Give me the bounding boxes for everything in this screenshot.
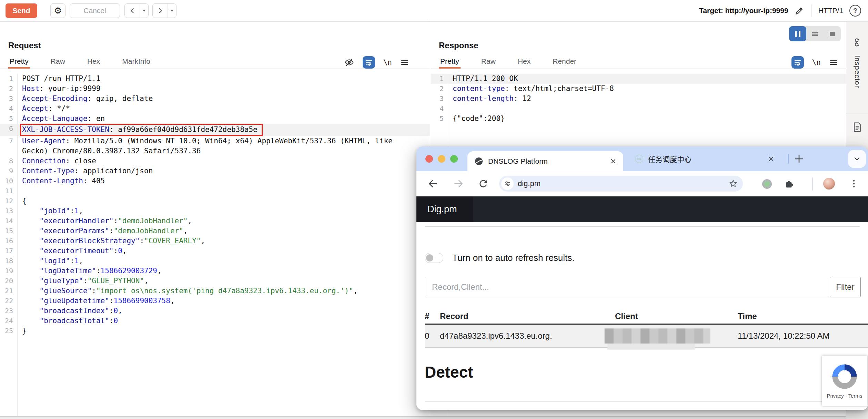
menu-button[interactable]	[400, 58, 409, 67]
tab-title: 任务调度中心	[648, 154, 763, 164]
code-line: 18 "logId":1,	[0, 256, 430, 266]
close-tab-icon[interactable]	[610, 158, 616, 164]
word-wrap-icon	[365, 58, 373, 67]
auto-refresh-toggle[interactable]	[425, 253, 443, 263]
close-tab-icon[interactable]	[768, 156, 774, 162]
menu-button[interactable]	[829, 58, 838, 67]
request-editor[interactable]: 1POST /run HTTP/1.12Host: your-ip:99993A…	[0, 74, 430, 419]
code-line: 2Host: your-ip:9999	[0, 84, 430, 94]
minimize-window-button[interactable]	[438, 155, 445, 163]
browser-menu-button[interactable]	[849, 178, 858, 189]
tab-title: DNSLOG Platform	[488, 157, 605, 165]
response-tab-hex[interactable]: Hex	[516, 57, 532, 69]
code-line: 5{"code":200}	[431, 114, 846, 124]
arrow-left-icon	[427, 178, 438, 189]
document-tab-button[interactable]	[852, 122, 862, 132]
request-tab-markinfo[interactable]: MarkInfo	[121, 57, 152, 69]
profile-avatar[interactable]	[823, 178, 835, 190]
edit-target-button[interactable]	[794, 6, 804, 16]
record-search-input[interactable]	[425, 277, 830, 297]
code-text: Accept: */*	[17, 104, 70, 114]
response-tabs: PrettyRawHexRender	[431, 56, 846, 69]
history-forward-dropdown[interactable]	[168, 4, 176, 18]
sidebar-divider	[846, 113, 868, 113]
code-line: 25}	[0, 326, 430, 336]
site-logo[interactable]: Dig.pm	[416, 196, 473, 222]
response-tab-raw[interactable]: Raw	[480, 57, 497, 69]
line-number: 4	[431, 104, 448, 114]
response-tab-icons: \n	[791, 56, 838, 69]
code-line: 22 "glueUpdatetime":1586699003758,	[0, 296, 430, 306]
top-toolbar: Send ⚙ Cancel Target: http://your-ip:999…	[0, 0, 868, 22]
settings-button[interactable]: ⚙	[50, 3, 65, 18]
glasses-tab-button[interactable]	[852, 37, 862, 48]
code-text: }	[17, 326, 27, 336]
code-line: 7User-Agent: Mozilla/5.0 (Windows NT 10.…	[0, 136, 430, 156]
site-settings-button[interactable]	[501, 177, 514, 190]
inspector-tab[interactable]: Inspector	[853, 55, 861, 88]
column-header-client: Client	[605, 311, 727, 321]
code-text: Accept-Encoding: gzip, deflate	[17, 94, 153, 104]
pause-view-button[interactable]	[789, 26, 806, 41]
help-button[interactable]: ?	[849, 5, 861, 17]
zoom-window-button[interactable]	[450, 155, 458, 163]
word-wrap-button[interactable]	[791, 56, 804, 69]
column-header-time: Time	[727, 311, 868, 321]
cancel-button[interactable]: Cancel	[70, 3, 120, 18]
code-line: 14 "executorHandler":"demoJobHandler",	[0, 216, 430, 226]
line-number: 20	[0, 276, 17, 286]
chevron-left-icon	[125, 4, 140, 18]
code-line: 2content-type: text/html;charset=UTF-8	[431, 84, 846, 94]
response-tab-pretty[interactable]: Pretty	[439, 57, 461, 69]
code-line: 5Accept-Language: en	[0, 114, 430, 124]
browser-reload-button[interactable]	[478, 178, 489, 189]
url-text[interactable]: dig.pm	[518, 179, 724, 188]
browser-forward-button[interactable]	[453, 178, 464, 189]
client-redacted-blur	[605, 328, 710, 344]
hide-preview-button[interactable]	[344, 57, 354, 68]
request-tab-raw[interactable]: Raw	[49, 57, 67, 69]
line-number: 11	[0, 186, 17, 196]
site-content: Turn on to auto refresh results. Filter …	[416, 222, 868, 410]
address-bar[interactable]: dig.pm	[499, 176, 743, 192]
cell-record: d47a8a9323.ipv6.1433.eu.org.	[440, 331, 605, 341]
extension-status-icon[interactable]	[762, 179, 772, 189]
line-number: 14	[0, 216, 17, 226]
request-tab-hex[interactable]: Hex	[86, 57, 101, 69]
code-line: 12{	[0, 196, 430, 206]
word-wrap-button[interactable]	[363, 56, 375, 69]
close-window-button[interactable]	[425, 155, 433, 163]
full-view-button[interactable]	[824, 26, 841, 41]
extensions-button[interactable]	[784, 178, 794, 189]
question-icon: ?	[853, 7, 857, 14]
line-number: 18	[0, 256, 17, 266]
split-view-button[interactable]	[806, 26, 824, 41]
history-forward-button[interactable]	[152, 3, 176, 18]
tab-search-button[interactable]	[848, 150, 866, 168]
table-row: 0d47a8a9323.ipv6.1433.eu.org.11/13/2024,…	[425, 325, 868, 348]
code-text: Content-Type: application/json	[17, 166, 153, 176]
browser-back-button[interactable]	[427, 178, 438, 189]
line-number: 21	[0, 286, 17, 296]
pause-icon	[795, 31, 800, 37]
code-line: 20 "glueType":"GLUE_PYTHON",	[0, 276, 430, 286]
request-tab-pretty[interactable]: Pretty	[8, 57, 30, 69]
recaptcha-links[interactable]: Privacy - Terms	[827, 393, 862, 399]
response-tab-render[interactable]: Render	[551, 57, 578, 69]
line-number: 19	[0, 266, 17, 276]
history-back-button[interactable]	[124, 3, 149, 18]
newline-toggle-button[interactable]: \n	[812, 58, 821, 67]
history-back-dropdown[interactable]	[140, 4, 148, 18]
code-line: 10Content-Length: 405	[0, 176, 430, 186]
code-line: 11	[0, 186, 430, 196]
browser-tab-dnslog[interactable]: DNSLOG Platform	[467, 151, 623, 171]
filter-button[interactable]: Filter	[830, 277, 861, 297]
bookmark-star-icon[interactable]	[728, 179, 738, 188]
recaptcha-badge: Privacy - Terms	[822, 356, 867, 406]
send-button[interactable]: Send	[6, 3, 37, 18]
browser-tab-xxl-job[interactable]: XXL 任务调度中心	[628, 151, 781, 166]
newline-toggle-button[interactable]: \n	[383, 58, 392, 67]
code-text: HTTP/1.1 200 OK	[448, 74, 518, 84]
new-tab-button[interactable]	[794, 153, 805, 164]
content-divider	[425, 226, 860, 227]
